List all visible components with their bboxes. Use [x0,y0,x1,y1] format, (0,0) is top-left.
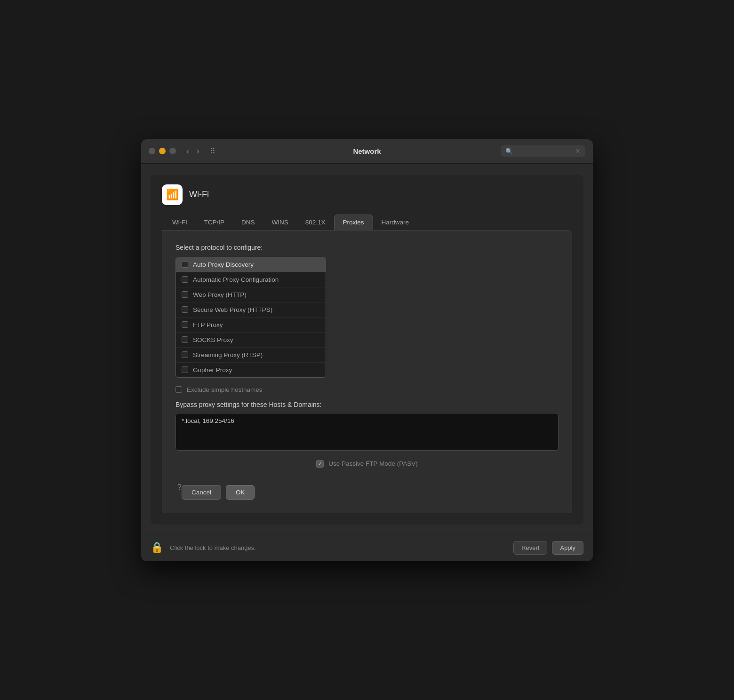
protocol-checkbox-ftp[interactable] [182,321,188,328]
protocol-label-ftp: FTP Proxy [193,321,223,328]
main-content: 📶 Wi-Fi Wi-Fi TCP/IP DNS WINS 802.1X Pro… [141,164,593,534]
lock-icon[interactable]: 🔒 [151,541,163,554]
protocol-checkbox-auto-config[interactable] [182,276,188,283]
help-icon[interactable]: ? [177,483,182,492]
tab-proxies[interactable]: Proxies [334,215,373,230]
bottom-buttons: Revert Apply [513,541,583,555]
protocol-item-https[interactable]: Secure Web Proxy (HTTPS) [176,302,326,318]
tab-wifi[interactable]: Wi-Fi [164,215,195,230]
protocol-item-auto-config[interactable]: Automatic Proxy Configuration [176,272,326,287]
close-button[interactable] [149,148,155,154]
protocol-checkbox-socks[interactable] [182,336,188,343]
protocol-item-http[interactable]: Web Proxy (HTTP) [176,287,326,302]
tabs: Wi-Fi TCP/IP DNS WINS 802.1X Proxies Har… [162,215,572,230]
back-button[interactable]: ‹ [184,145,192,157]
protocol-checkbox-https[interactable] [182,306,188,313]
maximize-button[interactable] [169,148,176,154]
dialog-buttons: Cancel OK [182,479,255,500]
titlebar: ‹ › ⠿ Network 🔍 ✕ [141,139,593,164]
bypass-textarea[interactable]: *.local, 169.254/16 [176,413,558,451]
dialog-footer: ? Cancel OK [176,475,558,500]
minimize-button[interactable] [159,148,166,154]
exclude-checkbox[interactable] [176,386,182,393]
protocol-list: Auto Proxy Discovery Automatic Proxy Con… [176,257,326,378]
window-title: Network [353,147,381,155]
lock-text: Click the lock to make changes. [170,544,256,551]
protocol-section-label: Select a protocol to configure: [176,244,558,251]
tab-wins[interactable]: WINS [263,215,297,230]
tab-dns[interactable]: DNS [233,215,263,230]
exclude-row: Exclude simple hostnames [176,386,558,393]
protocol-item-gopher[interactable]: Gopher Proxy [176,363,326,377]
bypass-label: Bypass proxy settings for these Hosts & … [176,401,558,408]
ok-button[interactable]: OK [226,485,255,500]
protocol-checkbox-gopher[interactable] [182,366,188,373]
pasv-checkbox[interactable]: ✓ [316,460,324,468]
pasv-label: Use Passive FTP Mode (PASV) [328,460,417,467]
protocol-item-auto-discovery[interactable]: Auto Proxy Discovery [176,257,326,272]
protocol-checkbox-auto-discovery[interactable] [182,261,188,268]
protocol-item-ftp[interactable]: FTP Proxy [176,318,326,333]
protocol-checkbox-rtsp[interactable] [182,351,188,358]
pasv-row: ✓ Use Passive FTP Mode (PASV) [176,460,558,468]
protocol-label-auto-config: Automatic Proxy Configuration [193,276,279,283]
revert-button[interactable]: Revert [513,541,547,555]
wifi-header: 📶 Wi-Fi [162,184,572,205]
proxies-panel: Select a protocol to configure: Auto Pro… [162,230,572,513]
traffic-lights [149,148,176,154]
wifi-icon: 📶 [166,189,179,201]
protocol-item-rtsp[interactable]: Streaming Proxy (RTSP) [176,348,326,363]
tab-tcpip[interactable]: TCP/IP [195,215,233,230]
exclude-label: Exclude simple hostnames [187,386,263,393]
protocol-label-https: Secure Web Proxy (HTTPS) [193,306,272,313]
checkmark-icon: ✓ [318,461,322,467]
grid-button[interactable]: ⠿ [206,146,219,157]
protocol-item-socks[interactable]: SOCKS Proxy [176,333,326,348]
search-clear-icon[interactable]: ✕ [575,147,581,155]
protocol-label-socks: SOCKS Proxy [193,336,233,343]
search-input[interactable] [516,148,572,155]
tab-hardware[interactable]: Hardware [373,215,418,230]
wifi-name: Wi-Fi [189,190,209,199]
apply-button[interactable]: Apply [552,541,583,555]
protocol-checkbox-http[interactable] [182,291,188,298]
protocol-label-http: Web Proxy (HTTP) [193,291,247,298]
search-icon: 🔍 [505,148,513,155]
wifi-icon-box: 📶 [162,184,183,205]
protocol-label-rtsp: Streaming Proxy (RTSP) [193,351,263,358]
cancel-button[interactable]: Cancel [182,485,221,500]
protocol-label-auto-discovery: Auto Proxy Discovery [193,261,254,268]
inner-panel: 📶 Wi-Fi Wi-Fi TCP/IP DNS WINS 802.1X Pro… [151,175,583,525]
nav-buttons: ‹ › [184,145,202,157]
search-bar: 🔍 ✕ [501,145,585,157]
bottom-bar: 🔒 Click the lock to make changes. Revert… [141,534,593,561]
network-window: ‹ › ⠿ Network 🔍 ✕ 📶 Wi-Fi Wi-Fi TCP/IP [141,139,593,561]
forward-button[interactable]: › [194,145,202,157]
protocol-label-gopher: Gopher Proxy [193,366,232,374]
tab-8021x[interactable]: 802.1X [297,215,334,230]
